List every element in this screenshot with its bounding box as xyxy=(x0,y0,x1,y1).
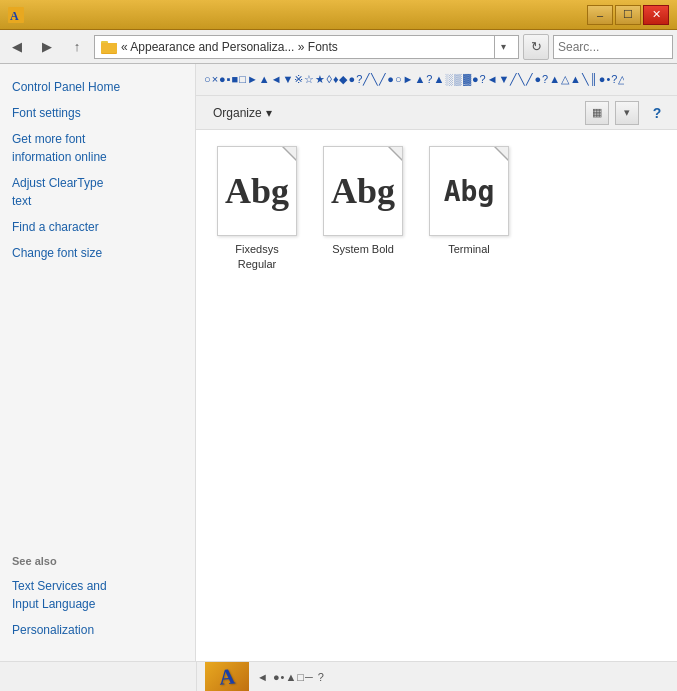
font-preview-fixedsys: Abg xyxy=(217,146,297,236)
title-bar: A – ☐ ✕ xyxy=(0,0,677,30)
font-name-system-bold: System Bold xyxy=(332,242,394,257)
address-dropdown-button[interactable]: ▾ xyxy=(494,35,512,59)
sidebar-find-character[interactable]: Find a character xyxy=(0,214,195,240)
search-input[interactable] xyxy=(558,40,677,54)
address-path[interactable]: « Appearance and Personaliza... » Fonts … xyxy=(94,35,519,59)
status-icon-text: A xyxy=(218,663,236,690)
sidebar-control-panel-home[interactable]: Control Panel Home xyxy=(0,74,195,100)
font-name-terminal: Terminal xyxy=(448,242,490,257)
font-item-terminal[interactable]: Abg Terminal xyxy=(424,146,514,257)
folder-icon xyxy=(101,39,117,55)
main-container: Control Panel Home Font settings Get mor… xyxy=(0,64,677,661)
status-symbols: ◄ ●•▲□─ ? xyxy=(257,671,325,683)
sidebar: Control Panel Home Font settings Get mor… xyxy=(0,64,196,661)
help-button[interactable]: ? xyxy=(645,101,669,125)
svg-text:A: A xyxy=(10,9,19,23)
organize-button[interactable]: Organize ▾ xyxy=(204,101,281,125)
title-controls: – ☐ ✕ xyxy=(587,5,669,25)
back-button[interactable]: ◀ xyxy=(4,34,30,60)
font-abg-system-bold: Abg xyxy=(331,170,395,212)
address-path-text: « Appearance and Personaliza... » Fonts xyxy=(121,40,494,54)
sidebar-change-font-size[interactable]: Change font size xyxy=(0,240,195,266)
view-dropdown-icon: ▾ xyxy=(624,106,630,119)
up-button[interactable]: ↑ xyxy=(64,34,90,60)
forward-button[interactable]: ▶ xyxy=(34,34,60,60)
sidebar-font-settings[interactable]: Font settings xyxy=(0,100,195,126)
maximize-button[interactable]: ☐ xyxy=(615,5,641,25)
inner-toolbar: Organize ▾ ▦ ▾ ? xyxy=(196,96,677,130)
font-item-system-bold[interactable]: Abg System Bold xyxy=(318,146,408,257)
status-icon-container: A xyxy=(205,662,249,692)
address-bar: ◀ ▶ ↑ « Appearance and Personaliza... » … xyxy=(0,30,677,64)
font-abg-terminal: Abg xyxy=(444,175,495,208)
see-also-section: See also Text Services and Input Languag… xyxy=(0,547,195,651)
svg-rect-4 xyxy=(101,43,117,53)
status-right: A ◄ ●•▲□─ ? xyxy=(196,662,677,691)
font-abg-fixedsys: Abg xyxy=(225,170,289,212)
toolbar: ○×●▪■□►▲◄▼※☆★◊♦◆●?╱╲╱●○►▲?▲░▒▓●?◄▼╱╲╱●?▲… xyxy=(196,64,677,96)
title-bar-left: A xyxy=(8,7,30,23)
refresh-button[interactable]: ↻ xyxy=(523,34,549,60)
search-box[interactable]: 🔍 xyxy=(553,35,673,59)
font-name-fixedsys: FixedsysRegular xyxy=(235,242,278,273)
sidebar-personalization[interactable]: Personalization xyxy=(12,617,183,643)
content-area: ○×●▪■□►▲◄▼※☆★◊♦◆●?╱╲╱●○►▲?▲░▒▓●?◄▼╱╲╱●?▲… xyxy=(196,64,677,661)
status-bar: A ◄ ●•▲□─ ? xyxy=(0,661,677,691)
organize-dropdown-icon: ▾ xyxy=(266,106,272,120)
toolbar-symbols: ○×●▪■□►▲◄▼※☆★◊♦◆●?╱╲╱●○►▲?▲░▒▓●?◄▼╱╲╱●?▲… xyxy=(204,73,624,86)
font-preview-terminal: Abg xyxy=(429,146,509,236)
sidebar-adjust-cleartype[interactable]: Adjust ClearType text xyxy=(0,170,195,214)
sidebar-spacer xyxy=(0,266,195,547)
see-also-label: See also xyxy=(12,555,183,567)
close-button[interactable]: ✕ xyxy=(643,5,669,25)
view-dropdown-button[interactable]: ▾ xyxy=(615,101,639,125)
view-button[interactable]: ▦ xyxy=(585,101,609,125)
app-icon: A xyxy=(8,7,24,23)
minimize-button[interactable]: – xyxy=(587,5,613,25)
font-grid: Abg FixedsysRegular Abg System Bold Abg … xyxy=(196,130,677,661)
sidebar-text-services[interactable]: Text Services and Input Language xyxy=(12,573,183,617)
organize-label: Organize xyxy=(213,106,262,120)
view-icon: ▦ xyxy=(592,106,602,119)
font-preview-system-bold: Abg xyxy=(323,146,403,236)
sidebar-get-more-fonts[interactable]: Get more font information online xyxy=(0,126,195,170)
font-item-fixedsys[interactable]: Abg FixedsysRegular xyxy=(212,146,302,273)
